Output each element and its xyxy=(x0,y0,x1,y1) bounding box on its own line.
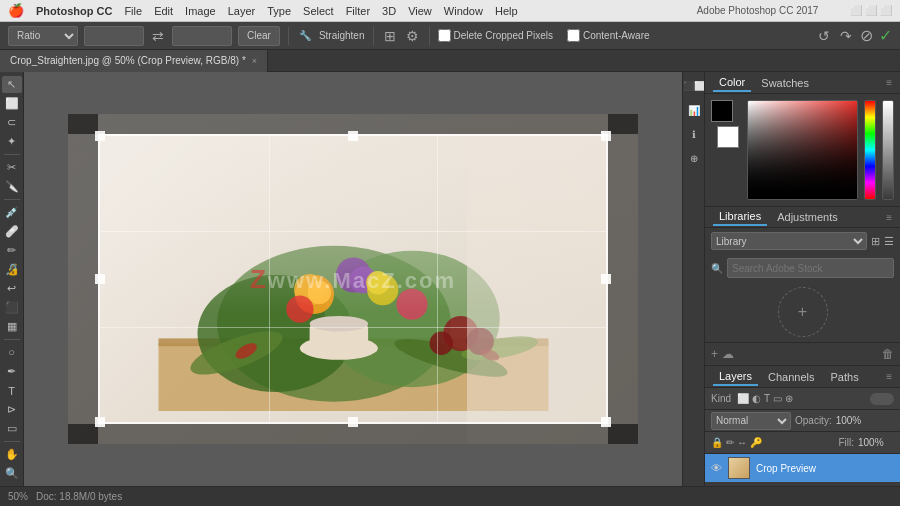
menu-filter[interactable]: Filter xyxy=(346,5,370,17)
width-input[interactable] xyxy=(84,26,144,46)
delete-cropped-checkbox[interactable] xyxy=(438,29,451,42)
tool-marquee[interactable]: ⬜ xyxy=(2,95,22,112)
lock-position-icon[interactable]: ↔ xyxy=(737,437,747,448)
library-list-icon[interactable]: ☰ xyxy=(884,235,894,248)
lock-transparent-icon[interactable]: 🔒 xyxy=(711,437,723,448)
lock-pixels-icon[interactable]: ✏ xyxy=(726,437,734,448)
tool-shape[interactable]: ▭ xyxy=(2,420,22,437)
layers-panel-menu[interactable]: ≡ xyxy=(886,371,892,382)
alpha-slider[interactable] xyxy=(882,100,894,200)
commit-crop-icon[interactable]: ✓ xyxy=(879,26,892,45)
tool-eraser[interactable]: ⬛ xyxy=(2,299,22,316)
menu-view[interactable]: View xyxy=(408,5,432,17)
library-select[interactable]: Library xyxy=(711,232,867,250)
crop-handle-tc[interactable] xyxy=(348,131,358,141)
filter-shape-icon[interactable]: ▭ xyxy=(773,393,782,404)
library-grid-icon[interactable]: ⊞ xyxy=(871,235,880,248)
crop-handle-br[interactable] xyxy=(601,417,611,427)
filter-text-icon[interactable]: T xyxy=(764,393,770,404)
filter-pixel-icon[interactable]: ⬜ xyxy=(737,393,749,404)
menu-type[interactable]: Type xyxy=(267,5,291,17)
menu-file[interactable]: File xyxy=(124,5,142,17)
tool-history-brush[interactable]: ↩ xyxy=(2,280,22,297)
opacity-value[interactable]: 100% xyxy=(836,415,872,426)
libraries-tab[interactable]: Libraries xyxy=(713,208,767,226)
fill-value[interactable]: 100% xyxy=(858,437,894,448)
tool-magic-wand[interactable]: ✦ xyxy=(2,133,22,150)
adjustments-tab[interactable]: Adjustments xyxy=(771,209,844,225)
menu-window[interactable]: Window xyxy=(444,5,483,17)
crop-handle-tl[interactable] xyxy=(95,131,105,141)
histogram-icon[interactable]: 📊 xyxy=(684,100,704,120)
overlay-left xyxy=(68,114,98,444)
crop-handle-bc[interactable] xyxy=(348,417,358,427)
crop-handle-mr[interactable] xyxy=(601,274,611,284)
tool-dodge[interactable]: ○ xyxy=(2,344,22,361)
color-tab[interactable]: Color xyxy=(713,74,751,92)
filter-adjustment-icon[interactable]: ◐ xyxy=(752,393,761,404)
clear-button[interactable]: Clear xyxy=(238,26,280,46)
content-aware-checkbox[interactable] xyxy=(567,29,580,42)
tool-gradient[interactable]: ▦ xyxy=(2,318,22,335)
menu-image[interactable]: Image xyxy=(185,5,216,17)
tool-brush[interactable]: ✏ xyxy=(2,242,22,259)
info-icon[interactable]: ℹ xyxy=(684,124,704,144)
lib-add-icon[interactable]: + xyxy=(711,347,718,361)
menu-edit[interactable]: Edit xyxy=(154,5,173,17)
left-toolbar: ↖ ⬜ ⊂ ✦ ✂ 🔪 💉 🩹 ✏ 🔏 ↩ ⬛ ▦ ○ ✒ T ⊳ ▭ ✋ 🔍 xyxy=(0,72,24,486)
color-panel-menu[interactable]: ≡ xyxy=(886,77,892,88)
tool-stamp[interactable]: 🔏 xyxy=(2,261,22,278)
layer-item[interactable]: 👁 Crop Preview xyxy=(705,454,900,482)
tool-hand[interactable]: ✋ xyxy=(2,446,22,463)
crop-box[interactable] xyxy=(98,134,608,424)
layer-visibility-icon[interactable]: 👁 xyxy=(711,462,722,474)
color-gradient-picker[interactable] xyxy=(747,100,858,200)
canvas-area[interactable]: Zwww.MacZ.com xyxy=(24,72,682,486)
cancel-crop-icon[interactable]: ⊘ xyxy=(860,26,873,45)
grid-icon[interactable]: ⊞ xyxy=(382,26,398,46)
tool-eyedropper[interactable]: 💉 xyxy=(2,204,22,221)
paths-tab[interactable]: Paths xyxy=(825,369,865,385)
tool-text[interactable]: T xyxy=(2,382,22,399)
library-plus-icon[interactable]: + xyxy=(798,303,807,321)
blend-mode-select[interactable]: Normal xyxy=(711,412,791,430)
foreground-color[interactable] xyxy=(711,100,733,122)
menu-help[interactable]: Help xyxy=(495,5,518,17)
color-mode-icon[interactable]: ⬛⬜ xyxy=(684,76,704,96)
crop-handle-ml[interactable] xyxy=(95,274,105,284)
library-search-input[interactable] xyxy=(727,258,894,278)
filter-smart-icon[interactable]: ⊛ xyxy=(785,393,793,404)
height-input[interactable] xyxy=(172,26,232,46)
libraries-panel-menu[interactable]: ≡ xyxy=(886,212,892,223)
lib-trash-icon[interactable]: 🗑 xyxy=(882,347,894,361)
crop-handle-tr[interactable] xyxy=(601,131,611,141)
tool-zoom[interactable]: 🔍 xyxy=(2,465,22,482)
swap-icon[interactable]: ⇄ xyxy=(150,26,166,46)
channels-tab[interactable]: Channels xyxy=(762,369,820,385)
tool-pen[interactable]: ✒ xyxy=(2,363,22,380)
document-tab[interactable]: Crop_Straighten.jpg @ 50% (Crop Preview,… xyxy=(0,50,268,72)
layers-tab[interactable]: Layers xyxy=(713,368,758,386)
tool-lasso[interactable]: ⊂ xyxy=(2,114,22,131)
lib-cloud-icon[interactable]: ☁ xyxy=(722,347,734,361)
filter-toggle[interactable] xyxy=(870,393,894,405)
background-color[interactable] xyxy=(717,126,739,148)
tool-heal[interactable]: 🩹 xyxy=(2,223,22,240)
menu-3d[interactable]: 3D xyxy=(382,5,396,17)
tool-move[interactable]: ↖ xyxy=(2,76,22,93)
nav-icon[interactable]: ⊕ xyxy=(684,148,704,168)
hue-slider[interactable] xyxy=(864,100,876,200)
swatches-tab[interactable]: Swatches xyxy=(755,75,815,91)
tool-crop[interactable]: ✂ xyxy=(2,159,22,176)
tool-path-select[interactable]: ⊳ xyxy=(2,401,22,418)
crop-handle-bl[interactable] xyxy=(95,417,105,427)
close-doc-icon[interactable]: × xyxy=(252,56,257,66)
undo-icon[interactable]: ↺ xyxy=(816,26,832,46)
settings-icon[interactable]: ⚙ xyxy=(404,26,421,46)
menu-layer[interactable]: Layer xyxy=(228,5,256,17)
tool-slice[interactable]: 🔪 xyxy=(2,178,22,195)
lock-all-icon[interactable]: 🔑 xyxy=(750,437,762,448)
menu-select[interactable]: Select xyxy=(303,5,334,17)
redo-icon[interactable]: ↷ xyxy=(838,26,854,46)
ratio-select[interactable]: Ratio xyxy=(8,26,78,46)
